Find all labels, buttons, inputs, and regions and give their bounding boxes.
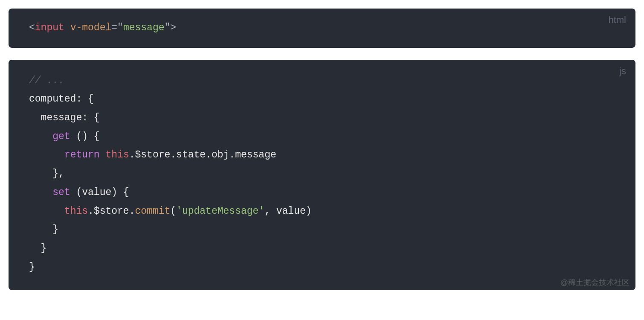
code-content-js[interactable]: // ... computed: { message: { get () { r… [29, 72, 615, 277]
code-content-html[interactable]: <input v-model="message"> [29, 19, 615, 38]
code-block-js: js // ... computed: { message: { get () … [9, 60, 635, 291]
watermark-text: @稀土掘金技术社区 [560, 277, 629, 288]
language-label-html: html [608, 15, 626, 26]
code-block-html: html <input v-model="message"> [9, 9, 635, 48]
language-label-js: js [619, 66, 626, 77]
